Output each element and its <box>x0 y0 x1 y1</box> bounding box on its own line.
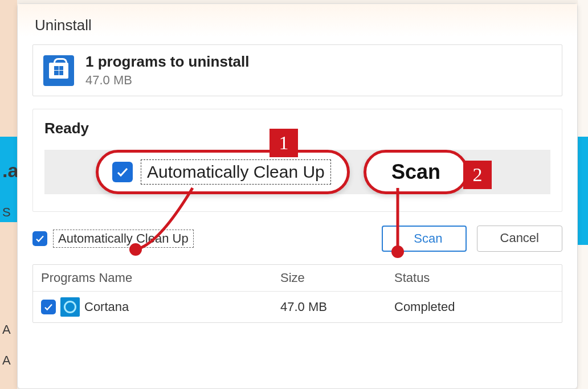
background-left-strip: .a S A A <box>0 0 17 389</box>
bg-text: .a <box>2 159 18 182</box>
svg-point-1 <box>391 245 404 258</box>
annotation-connector-2 <box>375 188 443 264</box>
ready-section: Ready Automatically Clean Up 1 Scan 2 <box>32 109 562 212</box>
svg-point-0 <box>129 243 142 256</box>
summary-box: 1 programs to uninstall 47.0 MB <box>32 44 562 96</box>
summary-size: 47.0 MB <box>85 73 250 88</box>
program-size: 47.0 MB <box>280 300 394 314</box>
table-header-row: Programs Name Size Status <box>33 265 562 292</box>
summary-heading: 1 programs to uninstall <box>85 53 250 71</box>
uninstall-dialog: Uninstall 1 programs to uninstall 47.0 M… <box>17 3 578 389</box>
programs-table: Programs Name Size Status Cortana 47.0 M… <box>32 264 562 323</box>
cortana-icon <box>60 297 80 317</box>
col-header-name: Programs Name <box>41 271 280 285</box>
bg-text: A <box>2 353 11 368</box>
auto-cleanup-checkbox[interactable] <box>32 231 47 246</box>
col-header-size: Size <box>280 271 394 285</box>
table-row: Cortana 47.0 MB Completed <box>33 292 562 322</box>
auto-cleanup-label-zoom: Automatically Clean Up <box>141 159 331 185</box>
summary-text: 1 programs to uninstall 47.0 MB <box>85 53 250 88</box>
cancel-button-label: Cancel <box>500 231 539 245</box>
cancel-button[interactable]: Cancel <box>477 226 562 252</box>
row-checkbox[interactable] <box>41 300 56 314</box>
scan-label-zoom: Scan <box>391 160 440 184</box>
auto-cleanup-checkbox-zoom[interactable] <box>112 162 133 182</box>
annotation-connector-1 <box>101 188 215 259</box>
annotation-marker-1: 1 <box>270 129 298 157</box>
dialog-title: Uninstall <box>18 4 577 44</box>
windows-store-icon <box>43 55 74 86</box>
annotation-marker-2: 2 <box>463 161 492 189</box>
program-name: Cortana <box>84 300 129 314</box>
col-header-status: Status <box>394 271 554 285</box>
background-right-strip <box>578 0 588 389</box>
bg-text: S <box>2 205 11 220</box>
program-status: Completed <box>394 300 554 314</box>
bg-text: A <box>2 322 11 337</box>
